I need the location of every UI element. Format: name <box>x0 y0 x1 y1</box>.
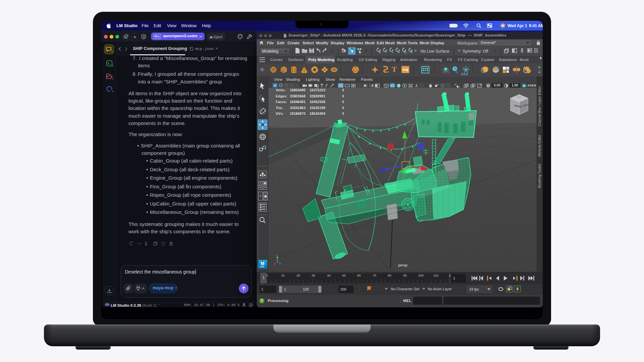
svg-text:ON: ON <box>523 85 525 87</box>
svg-text:Y: Y <box>276 254 277 256</box>
